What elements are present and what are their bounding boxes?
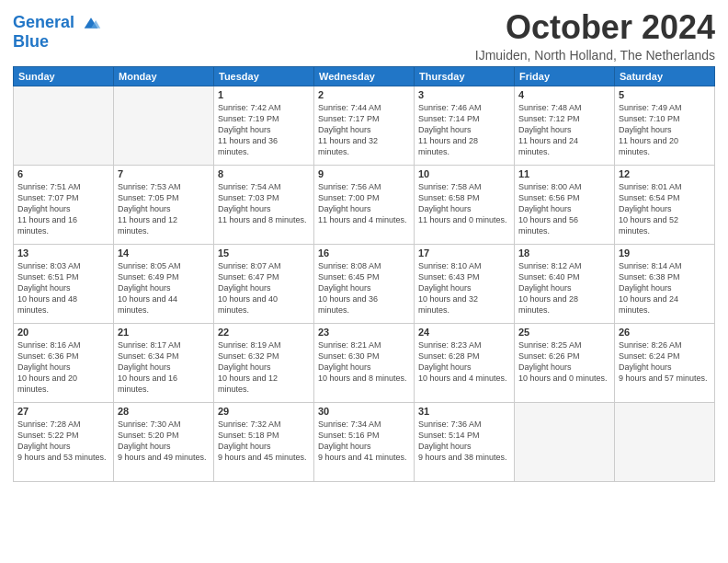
calendar-cell: 16Sunrise: 8:08 AMSunset: 6:45 PMDayligh…	[314, 244, 415, 323]
calendar-header-sunday: Sunday	[14, 66, 114, 86]
day-info: Sunrise: 7:46 AMSunset: 7:14 PMDaylight …	[418, 102, 510, 158]
day-info: Sunrise: 7:44 AMSunset: 7:17 PMDaylight …	[318, 102, 410, 158]
day-info: Sunrise: 7:58 AMSunset: 6:58 PMDaylight …	[418, 181, 510, 226]
day-info: Sunrise: 8:21 AMSunset: 6:30 PMDaylight …	[318, 339, 410, 385]
calendar-cell	[615, 402, 715, 481]
day-info: Sunrise: 8:03 AMSunset: 6:51 PMDaylight …	[17, 260, 109, 316]
calendar-cell: 4Sunrise: 7:48 AMSunset: 7:12 PMDaylight…	[515, 86, 615, 165]
day-number: 18	[518, 247, 610, 259]
calendar-week-2: 13Sunrise: 8:03 AMSunset: 6:51 PMDayligh…	[14, 244, 715, 323]
day-info: Sunrise: 7:42 AMSunset: 7:19 PMDaylight …	[218, 102, 310, 158]
calendar-cell: 11Sunrise: 8:00 AMSunset: 6:56 PMDayligh…	[515, 165, 615, 244]
day-info: Sunrise: 7:49 AMSunset: 7:10 PMDaylight …	[619, 102, 711, 158]
day-info: Sunrise: 8:17 AMSunset: 6:34 PMDaylight …	[118, 339, 210, 396]
day-number: 8	[218, 168, 310, 179]
day-number: 13	[17, 247, 109, 259]
day-info: Sunrise: 7:34 AMSunset: 5:16 PMDaylight …	[318, 419, 410, 464]
calendar-cell: 15Sunrise: 8:07 AMSunset: 6:47 PMDayligh…	[214, 244, 314, 323]
day-number: 22	[218, 327, 310, 338]
location: IJmuiden, North Holland, The Netherlands	[475, 48, 715, 63]
day-number: 17	[418, 247, 510, 259]
calendar-cell: 19Sunrise: 8:14 AMSunset: 6:38 PMDayligh…	[615, 244, 715, 323]
calendar-week-0: 1Sunrise: 7:42 AMSunset: 7:19 PMDaylight…	[14, 86, 715, 165]
day-number: 28	[118, 406, 210, 417]
day-number: 20	[17, 327, 109, 338]
calendar-cell: 6Sunrise: 7:51 AMSunset: 7:07 PMDaylight…	[14, 165, 114, 244]
day-number: 3	[418, 89, 510, 100]
calendar-cell	[114, 86, 214, 165]
calendar-cell: 10Sunrise: 7:58 AMSunset: 6:58 PMDayligh…	[415, 165, 515, 244]
calendar-cell: 24Sunrise: 8:23 AMSunset: 6:28 PMDayligh…	[415, 323, 515, 402]
calendar-cell: 31Sunrise: 7:36 AMSunset: 5:14 PMDayligh…	[415, 402, 515, 481]
day-number: 15	[218, 247, 310, 259]
day-number: 5	[619, 89, 711, 100]
calendar-cell: 20Sunrise: 8:16 AMSunset: 6:36 PMDayligh…	[14, 323, 114, 402]
logo: General Blue	[13, 13, 101, 52]
calendar-cell: 18Sunrise: 8:12 AMSunset: 6:40 PMDayligh…	[515, 244, 615, 323]
title-section: October 2024 IJmuiden, North Holland, Th…	[475, 9, 715, 63]
calendar-cell: 26Sunrise: 8:26 AMSunset: 6:24 PMDayligh…	[615, 323, 715, 402]
header-row: General Blue October 2024 IJmuiden, Nort…	[13, 9, 715, 63]
calendar-cell: 12Sunrise: 8:01 AMSunset: 6:54 PMDayligh…	[615, 165, 715, 244]
day-info: Sunrise: 8:26 AMSunset: 6:24 PMDaylight …	[619, 339, 711, 385]
day-info: Sunrise: 7:53 AMSunset: 7:05 PMDaylight …	[118, 181, 210, 237]
calendar-cell	[515, 402, 615, 481]
calendar-cell: 17Sunrise: 8:10 AMSunset: 6:43 PMDayligh…	[415, 244, 515, 323]
calendar-week-1: 6Sunrise: 7:51 AMSunset: 7:07 PMDaylight…	[14, 165, 715, 244]
day-info: Sunrise: 8:12 AMSunset: 6:40 PMDaylight …	[518, 260, 610, 316]
day-number: 10	[418, 168, 510, 179]
day-info: Sunrise: 8:14 AMSunset: 6:38 PMDaylight …	[619, 260, 711, 316]
day-number: 27	[17, 406, 109, 417]
calendar-cell: 29Sunrise: 7:32 AMSunset: 5:18 PMDayligh…	[214, 402, 314, 481]
calendar-week-4: 27Sunrise: 7:28 AMSunset: 5:22 PMDayligh…	[14, 402, 715, 481]
calendar-cell: 14Sunrise: 8:05 AMSunset: 6:49 PMDayligh…	[114, 244, 214, 323]
day-info: Sunrise: 8:10 AMSunset: 6:43 PMDaylight …	[418, 260, 510, 316]
calendar-cell: 25Sunrise: 8:25 AMSunset: 6:26 PMDayligh…	[515, 323, 615, 402]
day-number: 14	[118, 247, 210, 259]
calendar-header-row: SundayMondayTuesdayWednesdayThursdayFrid…	[14, 66, 715, 86]
day-info: Sunrise: 8:25 AMSunset: 6:26 PMDaylight …	[518, 339, 610, 385]
day-number: 24	[418, 327, 510, 338]
day-info: Sunrise: 7:30 AMSunset: 5:20 PMDaylight …	[118, 419, 210, 464]
calendar-cell: 30Sunrise: 7:34 AMSunset: 5:16 PMDayligh…	[314, 402, 415, 481]
day-info: Sunrise: 8:07 AMSunset: 6:47 PMDaylight …	[218, 260, 310, 316]
calendar-header-tuesday: Tuesday	[214, 66, 314, 86]
page-container: General Blue October 2024 IJmuiden, Nort…	[0, 0, 728, 488]
day-info: Sunrise: 8:00 AMSunset: 6:56 PMDaylight …	[518, 181, 610, 237]
calendar-header-saturday: Saturday	[615, 66, 715, 86]
logo-blue: Blue	[13, 33, 101, 52]
day-number: 7	[118, 168, 210, 179]
logo-text: General	[13, 13, 101, 33]
calendar-cell: 2Sunrise: 7:44 AMSunset: 7:17 PMDaylight…	[314, 86, 415, 165]
day-number: 6	[17, 168, 109, 179]
calendar-cell: 21Sunrise: 8:17 AMSunset: 6:34 PMDayligh…	[114, 323, 214, 402]
day-number: 31	[418, 406, 510, 417]
calendar-cell: 23Sunrise: 8:21 AMSunset: 6:30 PMDayligh…	[314, 323, 415, 402]
day-number: 26	[619, 327, 711, 338]
day-info: Sunrise: 8:23 AMSunset: 6:28 PMDaylight …	[418, 339, 510, 385]
calendar-cell: 13Sunrise: 8:03 AMSunset: 6:51 PMDayligh…	[14, 244, 114, 323]
calendar-cell	[14, 86, 114, 165]
calendar-cell: 8Sunrise: 7:54 AMSunset: 7:03 PMDaylight…	[214, 165, 314, 244]
calendar-cell: 9Sunrise: 7:56 AMSunset: 7:00 PMDaylight…	[314, 165, 415, 244]
day-info: Sunrise: 7:36 AMSunset: 5:14 PMDaylight …	[418, 419, 510, 464]
day-number: 9	[318, 168, 410, 179]
day-info: Sunrise: 7:28 AMSunset: 5:22 PMDaylight …	[17, 419, 109, 464]
day-info: Sunrise: 8:05 AMSunset: 6:49 PMDaylight …	[118, 260, 210, 316]
calendar-header-thursday: Thursday	[415, 66, 515, 86]
day-number: 21	[118, 327, 210, 338]
day-info: Sunrise: 8:16 AMSunset: 6:36 PMDaylight …	[17, 339, 109, 396]
calendar-cell: 5Sunrise: 7:49 AMSunset: 7:10 PMDaylight…	[615, 86, 715, 165]
day-number: 11	[518, 168, 610, 179]
calendar-cell: 7Sunrise: 7:53 AMSunset: 7:05 PMDaylight…	[114, 165, 214, 244]
calendar-week-3: 20Sunrise: 8:16 AMSunset: 6:36 PMDayligh…	[14, 323, 715, 402]
day-info: Sunrise: 7:32 AMSunset: 5:18 PMDaylight …	[218, 419, 310, 464]
day-number: 25	[518, 327, 610, 338]
day-info: Sunrise: 8:19 AMSunset: 6:32 PMDaylight …	[218, 339, 310, 396]
calendar-cell: 1Sunrise: 7:42 AMSunset: 7:19 PMDaylight…	[214, 86, 314, 165]
day-info: Sunrise: 8:08 AMSunset: 6:45 PMDaylight …	[318, 260, 410, 316]
day-number: 12	[619, 168, 711, 179]
day-number: 4	[518, 89, 610, 100]
day-info: Sunrise: 8:01 AMSunset: 6:54 PMDaylight …	[619, 181, 711, 237]
day-number: 19	[619, 247, 711, 259]
